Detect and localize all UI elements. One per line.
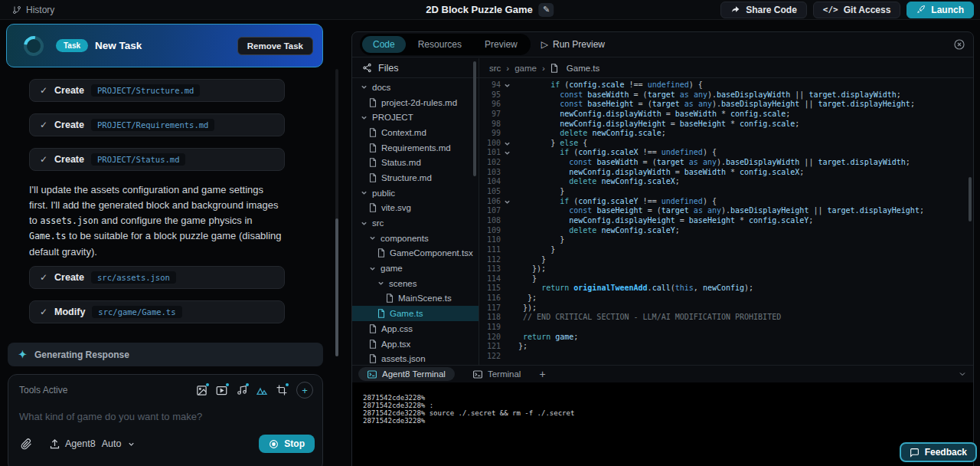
new-terminal-button[interactable]: + <box>539 368 545 380</box>
run-preview-button[interactable]: ▷ Run Preview <box>541 39 605 50</box>
tree-file-App.css[interactable]: App.css <box>352 321 479 336</box>
code-line-104[interactable]: 104 delete newConfig.scaleX; <box>479 177 973 187</box>
code-line-94[interactable]: 94 if (config.scale !== undefined) { <box>479 80 973 90</box>
code-line-118[interactable]: 118 // END CRITICAL SECTION - LLM/AI MOD… <box>479 313 973 323</box>
task-item[interactable]: ✓Createsrc/assets.json <box>29 266 285 289</box>
line-number: 105 <box>479 187 501 197</box>
task-action-label: Create <box>54 272 84 283</box>
code-line-100[interactable]: 100 } else { <box>479 139 973 149</box>
prompt-input[interactable]: What kind of game do you want to make? <box>8 399 322 435</box>
code-line-107[interactable]: 107 const baseHeight = (target as any).b… <box>479 206 973 216</box>
terrain-tool-button[interactable] <box>255 384 268 397</box>
line-number: 96 <box>479 100 501 110</box>
crop-tool-button[interactable] <box>275 384 288 397</box>
breadcrumb-file[interactable]: Game.ts <box>567 64 599 73</box>
file-tree-scrollbar[interactable] <box>473 61 476 176</box>
tab-preview[interactable]: Preview <box>474 36 528 53</box>
upload-button[interactable] <box>49 438 60 450</box>
fold-chevron-icon[interactable] <box>501 197 514 207</box>
code-line-122[interactable]: 122 <box>479 352 973 362</box>
code-line-120[interactable]: 120 return game; <box>479 333 973 343</box>
music-tool-button[interactable] <box>235 384 248 397</box>
breadcrumb-segment[interactable]: game <box>514 64 537 73</box>
history-button[interactable]: History <box>12 5 54 15</box>
file-explorer: Files docsproject-2d-rules.mdPROJECTCont… <box>352 58 479 366</box>
code-line-115[interactable]: 115 return originalTweenAdd.call(this, n… <box>479 284 973 294</box>
remove-task-button[interactable]: Remove Task <box>237 37 313 55</box>
launch-button[interactable]: Launch <box>906 2 974 18</box>
code-line-95[interactable]: 95 const baseWidth = (target as any).bas… <box>479 90 973 100</box>
chat-scrollbar-thumb[interactable] <box>335 218 338 356</box>
code-line-113[interactable]: 113 }); <box>479 264 973 274</box>
tree-folder-public[interactable]: public <box>352 185 479 201</box>
active-task-card[interactable]: Task New Task Remove Task <box>6 24 323 67</box>
share-code-button[interactable]: Share Code <box>720 2 807 18</box>
terminal-tab-agent8-terminal[interactable]: Agent8 Terminal <box>358 367 455 381</box>
fold-chevron-icon[interactable] <box>501 148 514 158</box>
task-item[interactable]: ✓Modifysrc/game/Game.ts <box>29 300 285 323</box>
tree-file-Status.md[interactable]: Status.md <box>352 155 479 170</box>
fold-chevron-icon[interactable] <box>501 139 514 149</box>
code-text: } <box>514 187 564 197</box>
code-line-102[interactable]: 102 const baseWidth = (target as any).ba… <box>479 158 973 168</box>
file-icon <box>369 98 377 107</box>
model-selector[interactable]: Agent8 Auto <box>65 438 136 449</box>
tree-folder-components[interactable]: components <box>352 231 479 246</box>
task-item[interactable]: ✓CreatePROJECT/Status.md <box>29 148 285 171</box>
tree-folder-src[interactable]: src <box>352 215 479 231</box>
attach-file-button[interactable] <box>21 438 32 450</box>
code-line-97[interactable]: 97 newConfig.displayWidth = baseWidth * … <box>479 110 973 120</box>
task-item[interactable]: ✓CreatePROJECT/Structure.md <box>29 79 285 102</box>
code-line-112[interactable]: 112 } <box>479 255 973 265</box>
collapse-terminal-button[interactable] <box>958 369 967 379</box>
edit-title-button[interactable]: ✎ <box>539 3 554 17</box>
git-access-button[interactable]: </> Git Access <box>813 2 900 18</box>
add-tool-button[interactable]: + <box>296 382 313 399</box>
tree-file-project-2d-rules.md[interactable]: project-2d-rules.md <box>352 95 479 110</box>
stop-button[interactable]: Stop <box>259 435 315 453</box>
code-line-103[interactable]: 103 newConfig.displayWidth = baseWidth *… <box>479 168 973 178</box>
code-line-98[interactable]: 98 newConfig.displayHeight = baseHeight … <box>479 120 973 130</box>
tab-code[interactable]: Code <box>362 36 406 53</box>
line-number: 116 <box>479 294 501 304</box>
code-line-101[interactable]: 101 if (config.scaleX !== undefined) { <box>479 148 973 158</box>
tree-file-Context.md[interactable]: Context.md <box>352 125 479 140</box>
code-line-105[interactable]: 105 } <box>479 187 973 197</box>
task-item[interactable]: ✓CreatePROJECT/Requirements.md <box>29 113 285 136</box>
files-header[interactable]: Files <box>352 58 479 78</box>
code-line-96[interactable]: 96 const baseHeight = (target as any).ba… <box>479 100 973 110</box>
tree-file-GameComponent.tsx[interactable]: GameComponent.tsx <box>352 246 479 261</box>
code-line-117[interactable]: 117 }); <box>479 304 973 313</box>
terminal-tab-terminal[interactable]: Terminal <box>464 367 530 381</box>
tree-folder-scenes[interactable]: scenes <box>352 276 479 291</box>
code-line-110[interactable]: 110 } <box>479 235 973 245</box>
fold-chevron-icon[interactable] <box>501 80 514 90</box>
feedback-button[interactable]: Feedback <box>900 442 977 462</box>
close-panel-button[interactable] <box>953 38 965 51</box>
image-tool-button[interactable] <box>195 384 208 397</box>
code-line-121[interactable]: 121 }; <box>479 342 973 352</box>
tree-file-Structure.md[interactable]: Structure.md <box>352 170 479 185</box>
tree-folder-docs[interactable]: docs <box>352 80 479 95</box>
code-line-99[interactable]: 99 delete newConfig.scale; <box>479 129 973 139</box>
tab-resources[interactable]: Resources <box>407 36 472 53</box>
code-line-119[interactable]: 119 <box>479 323 973 333</box>
code-line-106[interactable]: 106 if (config.scaleY !== undefined) { <box>479 197 973 207</box>
tree-file-vite.svg[interactable]: vite.svg <box>352 201 479 216</box>
code-lines[interactable]: 94 if (config.scale !== undefined) {95 c… <box>479 78 973 362</box>
terminal-output[interactable]: 2871542cde3228%2871542cde3228% :2871542c… <box>352 382 973 466</box>
code-line-116[interactable]: 116 }; <box>479 294 973 304</box>
tree-file-App.tsx[interactable]: App.tsx <box>352 336 479 352</box>
tree-folder-PROJECT[interactable]: PROJECT <box>352 110 479 125</box>
code-line-111[interactable]: 111 } <box>479 245 973 255</box>
tree-file-Game.ts[interactable]: Game.ts <box>352 306 479 321</box>
editor-scrollbar[interactable] <box>969 177 972 222</box>
breadcrumb-segment[interactable]: src <box>489 64 501 73</box>
tree-file-MainScene.ts[interactable]: MainScene.ts <box>352 291 479 307</box>
code-line-114[interactable]: 114 } <box>479 274 973 284</box>
code-line-109[interactable]: 109 delete newConfig.scaleY; <box>479 226 973 236</box>
video-tool-button[interactable] <box>215 384 228 397</box>
code-line-108[interactable]: 108 newConfig.displayHeight = baseHeight… <box>479 216 973 226</box>
tree-folder-game[interactable]: game <box>352 261 479 276</box>
tree-file-Requirements.md[interactable]: Requirements.md <box>352 140 479 156</box>
